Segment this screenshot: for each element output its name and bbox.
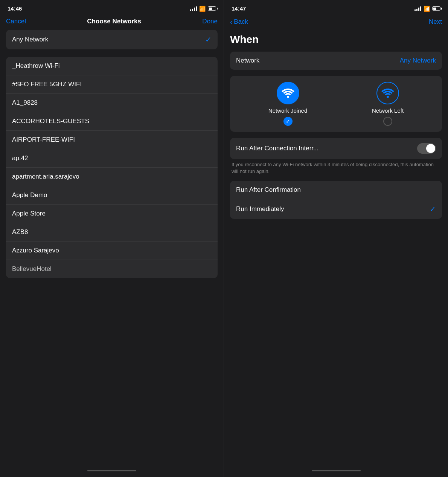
network-joined-option[interactable]: Network Joined ✓	[268, 82, 307, 126]
left-nav-bar: Cancel Choose Networks Done	[0, 15, 224, 30]
chevron-left-icon: ‹	[230, 18, 232, 26]
done-button[interactable]: Done	[202, 18, 218, 25]
list-item[interactable]: A1_9828	[6, 94, 218, 112]
right-time: 14:47	[232, 5, 246, 12]
battery-icon	[432, 6, 440, 11]
network-value: Any Network	[400, 57, 436, 64]
right-content: Network Any Network Network Joined ✓	[224, 52, 448, 464]
left-time: 14:46	[8, 5, 22, 12]
list-item[interactable]: ACCORHOTELS-GUESTS	[6, 112, 218, 131]
signal-icon	[414, 6, 421, 11]
left-home-indicator	[0, 464, 224, 477]
list-item[interactable]: ap.42	[6, 149, 218, 168]
run-after-connection-row[interactable]: Run After Connection Interr...	[230, 138, 442, 159]
network-list-container: Any Network ✓ _Heathrow Wi-Fi #SFO FREE …	[0, 30, 224, 464]
network-left-option[interactable]: Network Left	[372, 82, 404, 126]
list-item[interactable]: AIRPORT-FREE-WIFI	[6, 131, 218, 149]
network-left-radio	[383, 117, 392, 126]
right-status-bar: 14:47 📶	[224, 0, 448, 15]
run-after-confirmation-option[interactable]: Run After Confirmation	[230, 181, 442, 199]
signal-icon	[190, 6, 197, 11]
helper-text: If you reconnect to any Wi-Fi network wi…	[230, 161, 442, 181]
any-network-label: Any Network	[12, 36, 48, 43]
left-phone-screen: 14:46 📶 Cancel Choose Networks Done Any …	[0, 0, 224, 477]
run-after-connection-label: Run After Connection Interr...	[236, 145, 318, 152]
wifi-icon: 📶	[199, 6, 206, 12]
network-setting-row[interactable]: Network Any Network	[230, 52, 442, 70]
svg-point-1	[387, 96, 389, 98]
battery-icon	[208, 6, 216, 11]
run-immediately-option[interactable]: Run Immediately ✓	[230, 199, 442, 219]
list-item[interactable]: apartment.aria.sarajevo	[6, 168, 218, 186]
wifi-joined-icon	[277, 82, 299, 104]
run-after-confirmation-label: Run After Confirmation	[236, 186, 301, 194]
run-after-connection-toggle[interactable]	[417, 143, 436, 154]
next-button[interactable]: Next	[429, 18, 442, 26]
right-status-icons: 📶	[414, 6, 440, 12]
any-network-item[interactable]: Any Network ✓	[6, 30, 218, 49]
network-group: _Heathrow Wi-Fi #SFO FREE 5GHZ WIFI A1_9…	[6, 57, 218, 278]
list-item[interactable]: BellevueHotel	[6, 260, 218, 278]
list-item[interactable]: Apple Demo	[6, 186, 218, 205]
right-home-indicator	[224, 464, 448, 477]
run-immediately-label: Run Immediately	[236, 205, 284, 213]
left-status-icons: 📶	[190, 6, 216, 12]
any-network-checkmark: ✓	[205, 35, 212, 44]
wifi-left-icon	[376, 82, 399, 104]
run-options-container: Run After Confirmation Run Immediately ✓	[230, 181, 442, 219]
left-nav-title: Choose Networks	[87, 18, 141, 25]
list-item[interactable]: Azzuro Sarajevo	[6, 242, 218, 260]
run-immediately-checkmark: ✓	[430, 205, 436, 214]
event-options-container: Network Joined ✓ Network Left	[230, 76, 442, 132]
cancel-button[interactable]: Cancel	[6, 18, 26, 25]
left-status-bar: 14:46 📶	[0, 0, 224, 15]
network-joined-radio: ✓	[283, 117, 293, 126]
network-joined-label: Network Joined	[268, 107, 307, 114]
svg-point-0	[287, 96, 289, 98]
right-phone-screen: 14:47 📶 ‹ Back Next When Network Any	[224, 0, 448, 477]
list-item[interactable]: AZB8	[6, 223, 218, 242]
network-label: Network	[236, 57, 259, 64]
when-title: When	[224, 31, 448, 52]
right-nav-bar: ‹ Back Next	[224, 15, 448, 31]
list-item[interactable]: #SFO FREE 5GHZ WIFI	[6, 75, 218, 94]
list-item[interactable]: _Heathrow Wi-Fi	[6, 57, 218, 75]
list-item[interactable]: Apple Store	[6, 205, 218, 223]
network-left-label: Network Left	[372, 107, 404, 114]
back-button[interactable]: ‹ Back	[230, 18, 248, 26]
wifi-icon: 📶	[424, 6, 430, 12]
